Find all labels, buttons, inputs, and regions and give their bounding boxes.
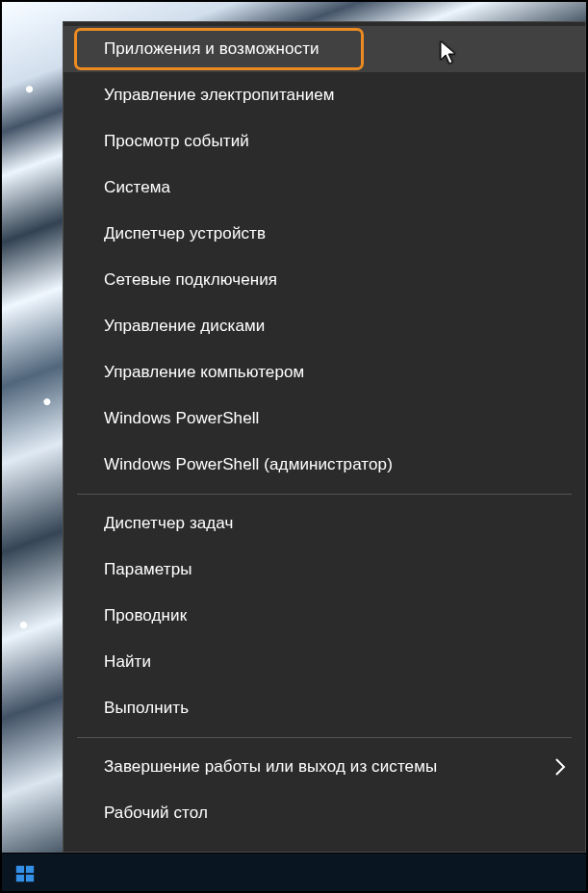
menu-item-settings[interactable]: Параметры (64, 547, 585, 593)
menu-item-computer-management[interactable]: Управление компьютером (64, 349, 585, 395)
menu-item-label: Управление электропитанием (104, 86, 335, 105)
menu-item-disk-management[interactable]: Управление дисками (64, 303, 585, 349)
menu-item-desktop[interactable]: Рабочий стол (64, 790, 585, 836)
menu-item-run[interactable]: Выполнить (64, 685, 585, 731)
menu-item-task-manager[interactable]: Диспетчер задач (64, 500, 585, 547)
menu-item-label: Windows PowerShell (администратор) (104, 455, 393, 474)
menu-item-label: Выполнить (104, 699, 189, 718)
chevron-right-icon (554, 757, 566, 777)
menu-item-system[interactable]: Система (64, 165, 585, 211)
menu-item-label: Завершение работы или выход из системы (104, 757, 437, 777)
menu-separator (77, 494, 572, 495)
start-button[interactable] (0, 854, 50, 893)
menu-item-label: Диспетчер устройств (104, 224, 266, 243)
svg-rect-2 (16, 874, 24, 880)
menu-item-label: Просмотр событий (104, 132, 249, 151)
svg-rect-3 (26, 874, 34, 880)
menu-item-power-management[interactable]: Управление электропитанием (64, 72, 585, 118)
menu-item-label: Рабочий стол (104, 804, 208, 823)
menu-item-label: Управление компьютером (104, 363, 304, 382)
menu-item-powershell-admin[interactable]: Windows PowerShell (администратор) (64, 442, 585, 488)
menu-item-label: Диспетчер задач (104, 514, 234, 533)
taskbar (0, 853, 588, 893)
menu-item-powershell[interactable]: Windows PowerShell (64, 395, 585, 442)
menu-item-label: Параметры (104, 560, 192, 579)
menu-item-shutdown-signout[interactable]: Завершение работы или выход из системы (64, 744, 585, 790)
menu-item-explorer[interactable]: Проводник (64, 593, 585, 639)
menu-item-label: Найти (104, 652, 151, 672)
menu-item-label: Система (104, 178, 170, 197)
menu-item-network-connections[interactable]: Сетевые подключения (64, 257, 585, 303)
svg-rect-1 (26, 865, 34, 872)
menu-item-device-manager[interactable]: Диспетчер устройств (64, 211, 585, 257)
menu-item-label: Сетевые подключения (104, 270, 277, 290)
menu-item-label: Приложения и возможности (104, 39, 320, 59)
menu-item-label: Управление дисками (104, 317, 265, 336)
menu-item-event-viewer[interactable]: Просмотр событий (64, 118, 585, 165)
svg-rect-0 (16, 865, 24, 872)
menu-item-search[interactable]: Найти (64, 639, 585, 685)
menu-separator (77, 737, 572, 738)
windows-logo-icon (14, 863, 36, 884)
winx-context-menu: Приложения и возможностиУправление элект… (63, 21, 586, 853)
menu-item-label: Проводник (104, 606, 187, 625)
menu-item-label: Windows PowerShell (104, 409, 259, 428)
menu-item-apps-features[interactable]: Приложения и возможности (64, 26, 585, 72)
